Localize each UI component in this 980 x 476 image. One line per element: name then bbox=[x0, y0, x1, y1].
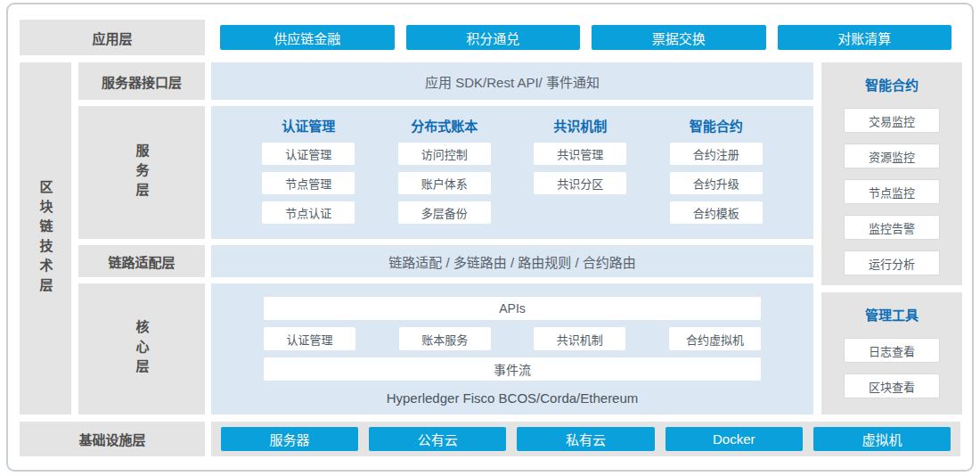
app-layer-label: 应用层 bbox=[20, 20, 205, 55]
adapter-layer-label: 链路适配层 bbox=[78, 245, 205, 277]
adapter-layer-bar: 链路适配 / 多链路由 / 路由规则 / 合约路由 bbox=[211, 245, 813, 277]
service-item: 认证管理 bbox=[262, 143, 355, 165]
monitor-item: 资源监控 bbox=[844, 144, 940, 168]
event-stream-bar: 事件流 bbox=[264, 357, 761, 381]
interface-layer-label: 服务器接口层 bbox=[78, 62, 205, 100]
app-button-points-exchange[interactable]: 积分通兑 bbox=[406, 25, 581, 50]
service-column-auth-title: 认证管理 bbox=[282, 118, 335, 135]
service-column-auth: 认证管理 认证管理 节点管理 节点认证 bbox=[241, 106, 377, 239]
service-item: 账户体系 bbox=[398, 172, 491, 194]
service-column-ledger: 分布式账本 访问控制 账户体系 多层备份 bbox=[377, 106, 513, 239]
core-module: 账本服务 bbox=[399, 327, 491, 350]
service-column-consensus-title: 共识机制 bbox=[553, 118, 607, 135]
core-layer-box: APIs 认证管理 账本服务 共识机制 合约虚拟机 事件流 Hyperledge… bbox=[211, 283, 813, 414]
service-item: 访问控制 bbox=[398, 143, 491, 165]
service-item: 节点认证 bbox=[262, 201, 355, 224]
service-item: 合约注册 bbox=[670, 143, 763, 165]
app-button-reconciliation[interactable]: 对账清算 bbox=[778, 25, 952, 50]
monitor-panel: 智能合约 交易监控 资源监控 节点监控 监控告警 运行分析 bbox=[821, 62, 962, 285]
service-item: 节点管理 bbox=[262, 172, 355, 194]
tools-item: 日志查看 bbox=[844, 338, 940, 363]
core-modules-row: 认证管理 账本服务 共识机制 合约虚拟机 bbox=[264, 327, 761, 350]
apis-bar: APIs bbox=[264, 297, 761, 320]
service-item: 共识分区 bbox=[534, 172, 626, 194]
tools-panel-title: 管理工具 bbox=[865, 308, 919, 324]
sdk-api-bar: 应用 SDK/Rest API/ 事件通知 bbox=[211, 62, 813, 100]
service-column-contract: 智能合约 合约注册 合约升级 合约模板 bbox=[649, 106, 785, 239]
blockchain-tech-layer-text: 区块链技术层 bbox=[39, 180, 53, 298]
infra-button-public-cloud[interactable]: 公有云 bbox=[369, 427, 506, 451]
app-button-bill-exchange[interactable]: 票据交换 bbox=[592, 25, 766, 50]
app-layer-buttons: 供应链金融 积分通兑 票据交换 对账清算 bbox=[211, 20, 960, 55]
app-button-supply-chain-finance[interactable]: 供应链金融 bbox=[220, 25, 395, 50]
infra-button-server[interactable]: 服务器 bbox=[221, 427, 358, 451]
service-item: 共识管理 bbox=[534, 143, 626, 165]
service-layer-box: 认证管理 认证管理 节点管理 节点认证 分布式账本 访问控制 账户体系 多层备份… bbox=[211, 106, 813, 239]
service-layer-label: 服务层 bbox=[78, 106, 205, 239]
infra-layer-label: 基础设施层 bbox=[20, 422, 205, 456]
core-module: 认证管理 bbox=[264, 327, 355, 350]
core-module: 共识机制 bbox=[534, 327, 625, 350]
monitor-item: 监控告警 bbox=[844, 215, 940, 240]
service-item: 合约升级 bbox=[670, 172, 763, 194]
platforms-text: Hyperledger Fisco BCOS/Corda/Ethereum bbox=[264, 390, 761, 406]
core-layer-text: 核心层 bbox=[135, 320, 149, 379]
monitor-panel-title: 智能合约 bbox=[865, 78, 919, 94]
service-item: 多层备份 bbox=[398, 201, 491, 224]
service-column-contract-title: 智能合约 bbox=[690, 118, 743, 135]
monitor-item: 运行分析 bbox=[844, 250, 940, 275]
tools-item: 区块查看 bbox=[844, 373, 940, 398]
monitor-item: 节点监控 bbox=[844, 179, 940, 204]
service-column-ledger-title: 分布式账本 bbox=[411, 118, 478, 135]
core-layer-label: 核心层 bbox=[78, 283, 205, 414]
core-module: 合约虚拟机 bbox=[669, 327, 761, 350]
blockchain-tech-layer-label: 区块链技术层 bbox=[20, 62, 71, 414]
service-column-consensus: 共识机制 共识管理 共识分区 bbox=[512, 106, 649, 239]
infra-button-docker[interactable]: Docker bbox=[666, 427, 803, 451]
infra-button-private-cloud[interactable]: 私有云 bbox=[517, 427, 654, 451]
infra-layer-buttons: 服务器 公有云 私有云 Docker 虚拟机 bbox=[211, 422, 960, 456]
infra-button-vm[interactable]: 虚拟机 bbox=[813, 427, 951, 451]
service-item: 合约模板 bbox=[670, 201, 763, 224]
tools-panel: 管理工具 日志查看 区块查看 bbox=[821, 292, 962, 414]
service-layer-text: 服务层 bbox=[135, 144, 149, 202]
monitor-item: 交易监控 bbox=[844, 108, 940, 133]
